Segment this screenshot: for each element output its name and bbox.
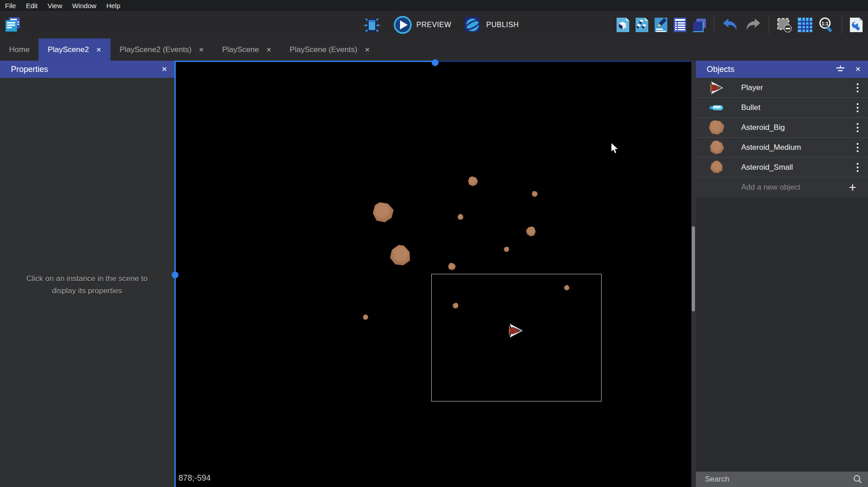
tab-playscene[interactable]: PlayScene ✕ <box>213 38 280 61</box>
tab-label: PlayScene2 (Events) <box>120 45 192 54</box>
asteroid-small-instance[interactable] <box>503 246 510 253</box>
tab-playscene-events[interactable]: PlayScene (Events) ✕ <box>280 38 379 61</box>
asteroid-small-instance[interactable] <box>362 314 369 321</box>
close-icon[interactable]: ✕ <box>199 46 204 53</box>
asteroid-big-instance[interactable] <box>386 241 415 270</box>
scene-properties-icon[interactable] <box>654 17 668 33</box>
search-icon[interactable] <box>853 474 863 484</box>
publish-label: PUBLISH <box>486 21 519 29</box>
menu-view[interactable]: View <box>43 1 67 10</box>
object-name: Asteroid_Medium <box>741 143 852 152</box>
menu-file[interactable]: File <box>0 1 21 10</box>
asteroid-small-instance[interactable] <box>532 191 538 197</box>
publish-globe-icon <box>463 15 482 34</box>
object-menu-icon[interactable] <box>852 103 863 112</box>
resize-dot-icon[interactable] <box>172 272 178 278</box>
zoom-1to1-icon[interactable]: 1:1 <box>818 16 835 33</box>
object-row-asteroid-medium[interactable]: Asteroid_Medium <box>696 138 868 158</box>
objects-panel-header: Objects ✕ <box>696 61 868 78</box>
properties-panel-header: Properties ✕ <box>0 61 174 78</box>
object-row-bullet[interactable]: Bullet <box>696 98 868 118</box>
asteroid-icon <box>705 141 728 154</box>
scene-canvas[interactable]: 878;-594 <box>174 61 691 487</box>
object-name: Bullet <box>741 103 852 112</box>
toolbar-separator <box>769 16 769 34</box>
player-ship-icon <box>705 80 728 95</box>
preview-button[interactable]: PREVIEW <box>393 15 451 34</box>
asteroid-medium-instance[interactable] <box>525 225 537 238</box>
asteroid-big-instance[interactable] <box>373 202 394 222</box>
toolbar: PREVIEW PUBLISH <box>0 11 868 38</box>
object-row-asteroid-small[interactable]: Asteroid_Small <box>696 158 868 177</box>
redo-icon[interactable] <box>744 17 762 33</box>
close-icon[interactable]: ✕ <box>266 46 272 53</box>
debug-icon[interactable] <box>362 15 381 34</box>
menu-window[interactable]: Window <box>67 1 101 10</box>
properties-empty-message: Click on an instance in the scene to dis… <box>19 272 155 297</box>
project-manager-icon[interactable] <box>4 15 22 33</box>
plus-icon: + <box>849 181 856 194</box>
delete-selection-icon[interactable] <box>776 17 792 33</box>
tab-playscene2[interactable]: PlayScene2 ✕ <box>39 38 110 61</box>
menu-help[interactable]: Help <box>101 1 125 10</box>
toolbar-separator <box>714 16 714 34</box>
cursor-coordinates: 878;-594 <box>178 473 211 483</box>
editor-tab-bar: Home PlayScene2 ✕ PlayScene2 (Events) ✕ … <box>0 38 868 61</box>
scene-objects-icon[interactable] <box>616 17 630 33</box>
setup-icon[interactable] <box>849 17 863 33</box>
instances-list-icon[interactable] <box>673 17 687 33</box>
layers-icon[interactable] <box>692 17 707 33</box>
preview-label: PREVIEW <box>416 21 451 29</box>
menu-bar: File Edit View Window Help <box>0 0 868 11</box>
object-menu-icon[interactable] <box>852 163 863 172</box>
object-groups-icon[interactable] <box>635 17 649 33</box>
asteroid-small-instance[interactable] <box>447 262 457 271</box>
preview-play-icon <box>393 15 412 34</box>
properties-panel-title: Properties <box>11 65 48 74</box>
object-row-player[interactable]: Player <box>696 78 868 98</box>
close-icon[interactable]: ✕ <box>855 65 861 73</box>
close-icon[interactable]: ✕ <box>161 65 167 73</box>
asteroid-medium-instance[interactable] <box>467 176 478 187</box>
objects-search-bar <box>696 472 868 487</box>
asteroid-icon <box>705 120 728 135</box>
object-menu-icon[interactable] <box>852 123 863 132</box>
add-object-button[interactable]: Add a new object + <box>696 177 868 197</box>
scrollbar-thumb[interactable] <box>692 226 695 311</box>
tab-label: PlayScene2 <box>48 45 89 54</box>
properties-panel: Properties ✕ Click on an instance in the… <box>0 61 174 487</box>
object-name: Asteroid_Big <box>741 123 852 132</box>
menu-edit[interactable]: Edit <box>21 1 43 10</box>
grid-icon[interactable] <box>797 17 813 33</box>
gdevelop-window: File Edit View Window Help <box>0 0 868 487</box>
objects-panel: Objects ✕ <box>696 61 868 487</box>
tab-home[interactable]: Home <box>0 38 39 61</box>
object-row-asteroid-big[interactable]: Asteroid_Big <box>696 118 868 138</box>
svg-text:1:1: 1:1 <box>821 20 828 26</box>
objects-panel-title: Objects <box>707 65 734 74</box>
tab-label: Home <box>9 45 29 54</box>
object-menu-icon[interactable] <box>852 143 863 152</box>
add-object-label: Add a new object <box>741 183 849 192</box>
canvas-scrollbar[interactable] <box>691 61 696 487</box>
object-menu-icon[interactable] <box>852 83 863 92</box>
asteroid-icon <box>705 161 728 173</box>
toolbar-separator <box>842 16 842 34</box>
panel-resize-handle-left[interactable] <box>174 61 176 487</box>
search-input[interactable] <box>705 475 853 484</box>
publish-button[interactable]: PUBLISH <box>463 15 519 34</box>
tab-label: PlayScene (Events) <box>289 45 357 54</box>
object-name: Asteroid_Small <box>741 163 852 172</box>
close-icon[interactable]: ✕ <box>96 46 101 53</box>
close-icon[interactable]: ✕ <box>365 46 370 53</box>
bullet-icon <box>705 104 728 111</box>
object-name: Player <box>741 83 852 92</box>
asteroid-small-instance[interactable] <box>457 213 465 221</box>
filter-icon[interactable] <box>836 66 845 73</box>
panel-resize-handle-top[interactable] <box>174 61 691 62</box>
tab-playscene2-events[interactable]: PlayScene2 (Events) ✕ <box>111 38 213 61</box>
undo-icon[interactable] <box>721 17 739 33</box>
resize-dot-icon[interactable] <box>432 59 439 66</box>
tab-label: PlayScene <box>222 45 259 54</box>
player-instance[interactable] <box>507 322 524 339</box>
